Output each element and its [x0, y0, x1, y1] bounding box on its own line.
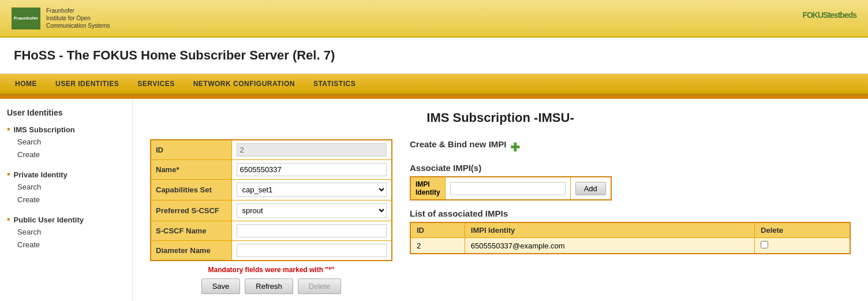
main-content: IMS Subscription -IMSU- ID Name* [133, 99, 868, 301]
private-create-link[interactable]: Create [17, 194, 125, 206]
bullet-icon-2: • [7, 169, 10, 180]
id-label: ID [151, 140, 231, 160]
nav-services[interactable]: SERVICES [128, 74, 184, 94]
id-field [237, 143, 387, 157]
sidebar: User Identities • IMS Subscription Searc… [0, 99, 133, 301]
title-bar: FHoSS - The FOKUS Home Subscriber Server… [0, 38, 868, 74]
nav-home[interactable]: HOME [6, 74, 46, 94]
public-identity-links: Search Create [17, 226, 125, 251]
list-row-id: 2 [410, 238, 465, 254]
associate-label: Associate IMPI(s) [410, 163, 851, 173]
bullet-icon-3: • [7, 214, 10, 225]
preferred-scscf-select[interactable]: sprout [237, 203, 387, 218]
page-title: IMS Subscription -IMSU- [150, 110, 851, 125]
associate-section: Associate IMPI(s) IMPI Identity Add [410, 163, 851, 200]
form-section: ID Name* Capabilities Set [150, 139, 851, 294]
top-header: Fraunhofer Fraunhofer Institute for Open… [0, 0, 868, 38]
fraunhofer-logo: Fraunhofer [12, 8, 40, 29]
institute-text: Fraunhofer Institute for Open Communicat… [46, 7, 110, 29]
nav-user-identities[interactable]: USER IDENTITIES [46, 74, 128, 94]
logo-area: Fraunhofer Fraunhofer Institute for Open… [12, 7, 110, 29]
form-row-preferred-scscf: Preferred S-CSCF sprout [151, 200, 392, 221]
impi-identity-input-cell [445, 177, 570, 200]
content-area: User Identities • IMS Subscription Searc… [0, 99, 868, 301]
sidebar-section-private-identity: • Private Identity Search Create [7, 169, 125, 206]
diameter-name-value-cell [231, 241, 392, 261]
id-value-cell [231, 140, 392, 160]
nav-statistics[interactable]: STATISTICS [304, 74, 365, 94]
save-button[interactable]: Save [201, 278, 241, 294]
plus-icon[interactable]: ✚ [510, 140, 520, 154]
public-search-link[interactable]: Search [17, 226, 125, 239]
sidebar-section-ims-subscription: • IMS Subscription Search Create [7, 124, 125, 161]
list-row-delete-cell [755, 238, 850, 254]
form-row-scscf-name: S-CSCF Name [151, 221, 392, 241]
nav-bar: HOME USER IDENTITIES SERVICES NETWORK CO… [0, 74, 868, 95]
button-row: Save Refresh Delete [150, 278, 392, 294]
name-value-cell [231, 160, 392, 180]
list-header-id: ID [410, 222, 465, 238]
preferred-scscf-label: Preferred S-CSCF [151, 200, 231, 221]
list-header-delete: Delete [755, 222, 850, 238]
form-table: ID Name* Capabilities Set [150, 139, 392, 261]
form-row-capabilities: Capabilities Set cap_set1 [151, 180, 392, 200]
public-user-identity-title: • Public User Identity [7, 214, 125, 225]
ims-subscription-links: Search Create [17, 136, 125, 161]
fokus-logo: FOKUStestbeds [802, 6, 856, 31]
list-row-delete-checkbox[interactable] [761, 241, 768, 248]
impi-identity-label: IMPI Identity [410, 177, 445, 200]
ims-search-link[interactable]: Search [17, 136, 125, 148]
private-identity-title: • Private Identity [7, 169, 125, 180]
scscf-name-value-cell [231, 221, 392, 241]
refresh-button[interactable]: Refresh [245, 278, 293, 294]
bullet-icon: • [7, 124, 10, 135]
ims-subscription-title: • IMS Subscription [7, 124, 125, 135]
form-row-id: ID [151, 140, 392, 160]
sidebar-title: User Identities [7, 108, 125, 117]
nav-network-configuration[interactable]: NETWORK CONFIGURATION [184, 74, 304, 94]
table-row: 2 6505550337@example.com [410, 238, 850, 254]
list-header-row: ID IMPI Identity Delete [410, 222, 850, 238]
name-label: Name* [151, 160, 231, 180]
capabilities-select[interactable]: cap_set1 [237, 183, 387, 197]
scscf-name-label: S-CSCF Name [151, 221, 231, 241]
list-row-impi-identity: 6505550337@example.com [465, 238, 754, 254]
associated-impi-table: ID IMPI Identity Delete 2 6505550337@exa… [410, 222, 851, 254]
right-panel: Create & Bind new IMPI ✚ Associate IMPI(… [410, 139, 851, 254]
private-identity-links: Search Create [17, 181, 125, 206]
scscf-name-field[interactable] [237, 224, 387, 237]
add-impi-button[interactable]: Add [575, 182, 606, 195]
public-create-link[interactable]: Create [17, 239, 125, 251]
page-main-title: FHoSS - The FOKUS Home Subscriber Server… [14, 48, 854, 63]
private-search-link[interactable]: Search [17, 181, 125, 194]
list-header-impi-identity: IMPI Identity [465, 222, 754, 238]
associate-table: IMPI Identity Add [410, 176, 612, 200]
create-bind-label: Create & Bind new IMPI [410, 139, 507, 149]
form-row-diameter-name: Diameter Name [151, 241, 392, 261]
name-field[interactable] [237, 163, 387, 176]
list-associated-label: List of associated IMPIs [410, 209, 851, 218]
form-row-name: Name* [151, 160, 392, 180]
impi-identity-field[interactable] [450, 182, 566, 195]
capabilities-value-cell: cap_set1 [231, 180, 392, 200]
create-bind-section: Create & Bind new IMPI ✚ [410, 139, 851, 155]
sidebar-section-public-user-identity: • Public User Identity Search Create [7, 214, 125, 251]
ims-create-link[interactable]: Create [17, 148, 125, 161]
left-form: ID Name* Capabilities Set [150, 139, 392, 294]
mandatory-note: Mandatory fields were marked with "*" [150, 266, 392, 274]
add-button-cell: Add [570, 177, 611, 200]
capabilities-label: Capabilities Set [151, 180, 231, 200]
associate-row: IMPI Identity Add [410, 177, 611, 200]
delete-button[interactable]: Delete [298, 278, 342, 294]
preferred-scscf-value-cell: sprout [231, 200, 392, 221]
diameter-name-field[interactable] [237, 244, 387, 257]
diameter-name-label: Diameter Name [151, 241, 231, 261]
